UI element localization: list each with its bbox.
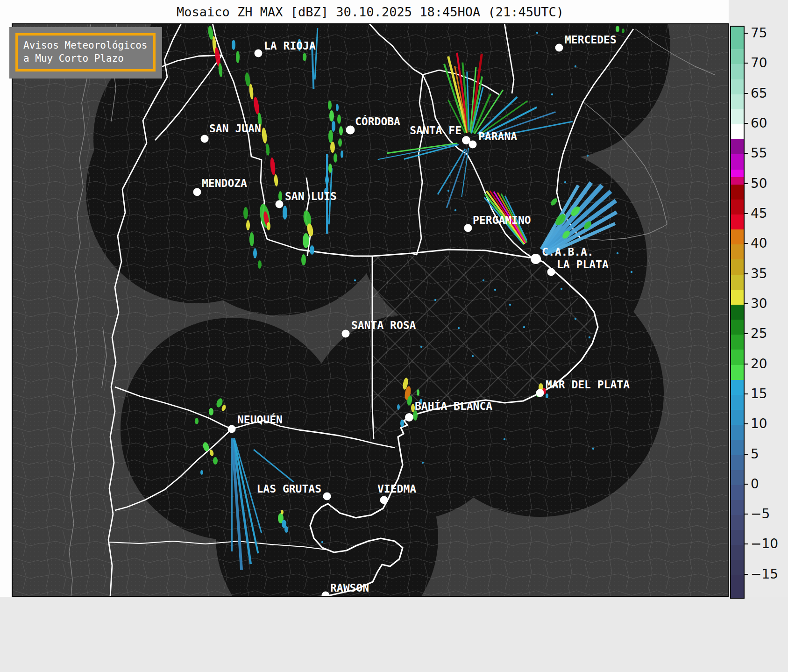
city-dot [255,50,263,57]
city-label: MERCEDES [565,34,617,46]
radar-echo-dot [589,336,590,338]
colorbar-segment [731,440,744,455]
colorbar-segment [731,350,744,365]
colorbar-tick-label: −10 [751,536,778,551]
colorbar-segment [731,49,744,64]
radar-echo-dot [617,252,618,254]
radar-echo-cell [195,418,199,424]
city-label: C.A.B.A. [542,246,594,258]
radar-echo-cell [278,191,282,201]
colorbar-tick-label: 60 [751,116,767,131]
colorbar-tick-label: 45 [751,206,767,221]
map-container: MERCEDESLA RIOJACÓRDOBASAN JUANSANTA FEP… [12,23,729,597]
radar-echo-cell [232,40,235,50]
colorbar-segment [731,290,744,305]
city-dot [547,268,555,276]
warning-badge[interactable]: Avisos Meteorológicos a Muy Corto Plazo [9,27,162,79]
city-label: BAHÍA BLANCA [415,400,492,412]
radar-echo-cell [325,175,329,185]
city-dot [405,413,413,422]
colorbar-segment [731,214,744,230]
city-dot [346,126,355,135]
radar-echo-dot [494,289,496,291]
colorbar-segment [731,365,744,380]
city-label: SANTA FE [410,124,461,136]
colorbar-tick-label: 30 [751,296,767,311]
radar-echo-cell [303,233,309,248]
city-dot [380,496,388,504]
radar-echo-dot [483,279,484,281]
radar-echo-dot [447,190,449,192]
radar-echo-cell [209,408,213,415]
colorbar-segment [731,154,744,170]
city-label: PARANA [478,130,517,143]
colorbar-tick-label: 70 [751,56,767,71]
radar-echo-cell [400,420,404,427]
city-dot [193,188,201,196]
radar-echo-dot [631,271,632,273]
colorbar-segment [731,395,744,410]
radar-echo-cell [249,232,254,246]
colorbar-segment [731,575,744,598]
warning-badge-border: Avisos Meteorológicos a Muy Corto Plazo [15,33,156,71]
radar-echo-cell [200,470,203,475]
radar-echo-dot [354,279,356,281]
colorbar-segment [731,455,744,471]
radar-echo-dot [458,327,460,329]
colorbar-segment [731,530,744,545]
radar-echo-dot [587,155,589,157]
colorbar-segment [731,139,744,155]
city-dot [228,425,236,433]
city-label: VIEDMA [377,483,416,495]
city-dot [464,224,472,232]
radar-echo-cell [546,393,548,398]
radar-echo-cell [267,222,270,230]
colorbar-segment [731,500,744,515]
radar-echo-cell [329,110,334,122]
colorbar-tick-label: 10 [751,416,767,431]
colorbar-segment [731,275,744,290]
colorbar-tick-label: 20 [751,357,767,372]
city-dot [276,200,284,208]
colorbar-segment [731,244,744,260]
colorbar-segment [731,425,744,440]
radar-echo-cell [283,206,287,220]
radar-echo-cell [303,53,306,61]
colorbar-tick-label: 75 [751,26,767,41]
radar-echo-cell [622,29,625,33]
radar-echo-dot [504,438,505,440]
radar-echo-cell [332,121,335,132]
radar-echo-dot [564,181,566,183]
warning-badge-line2: a Muy Corto Plazo [23,52,148,65]
colorbar-tick-label: 15 [751,386,767,401]
city-label: MAR DEL PLATA [546,379,630,391]
footer: Servicio Meteorológico Nacional Argentin… [0,597,788,672]
radar-echo-dot [422,462,424,464]
city-dot [201,135,209,143]
colorbar-segment [731,170,744,178]
colorbar-segment [731,259,744,275]
page-title: Mosaico ZH MAX [dBZ] 30.10.2025 18:45HOA… [177,5,564,19]
radar-echo-cell [253,248,257,258]
warning-badge-line1: Avisos Meteorológicos [23,39,148,52]
colorbar-segment [731,335,744,350]
colorbar-segment [731,560,744,576]
radar-echo-cell [328,130,333,143]
dbz-colorbar [730,26,745,599]
radar-echo-dot [536,32,538,34]
radar-echo-cell [258,260,262,269]
radar-echo-dot [592,448,594,450]
radar-echo-dot [454,209,456,211]
city-dot [536,389,544,397]
city-label: PERGAMINO [473,214,531,226]
radar-echo-dot [509,304,511,306]
radar-echo-cell [341,150,343,158]
colorbar-tick-label: −5 [751,507,770,522]
radar-echo-cell [338,138,342,147]
colorbar-segment [731,79,744,95]
colorbar-segment [731,545,744,560]
colorbar-tick-label: −15 [751,567,778,582]
city-label: SAN JUAN [209,122,261,135]
colorbar-segment [731,177,744,185]
radar-echo-dot [321,541,323,543]
